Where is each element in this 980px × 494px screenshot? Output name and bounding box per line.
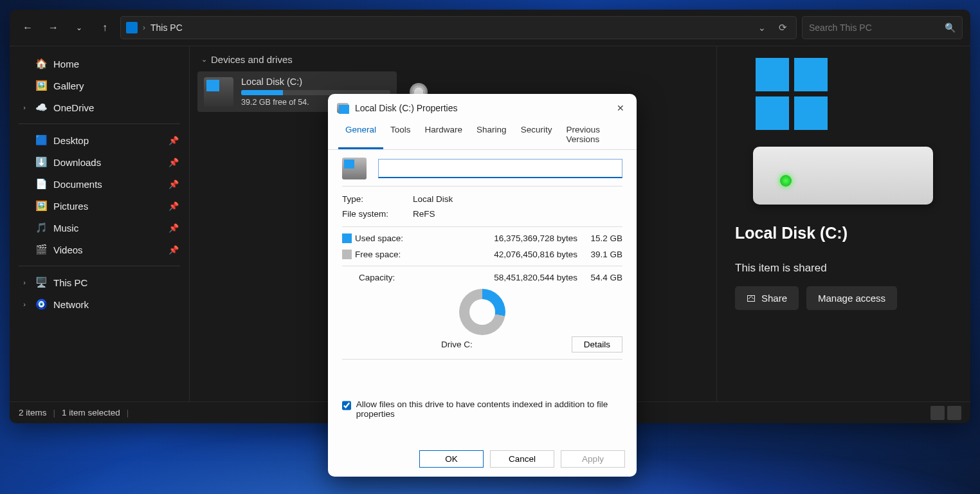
indexing-checkbox-label[interactable]: Allow files on this drive to have conten… <box>356 399 622 419</box>
videos-icon: 🎬 <box>35 244 47 255</box>
address-dropdown[interactable]: ⌄ <box>754 23 770 33</box>
group-header-label: Devices and drives <box>211 54 293 65</box>
back-button[interactable]: ← <box>17 17 38 38</box>
network-icon: 🧿 <box>35 298 47 310</box>
dialog-buttons: OK Cancel Apply <box>328 444 637 477</box>
details-title: Local Disk (C:) <box>735 224 848 242</box>
pin-icon: 📌 <box>168 201 179 211</box>
music-icon: 🎵 <box>35 222 47 233</box>
dialog-titlebar: Local Disk (C:) Properties ✕ <box>328 94 637 121</box>
manage-access-label: Manage access <box>818 293 885 304</box>
sidebar-item-pictures[interactable]: 🖼️ Pictures 📌 <box>10 195 189 217</box>
this-pc-icon <box>126 22 138 33</box>
group-header-devices[interactable]: ⌄ Devices and drives <box>190 46 716 69</box>
sidebar-item-label: Music <box>53 223 78 233</box>
pin-icon: 📌 <box>168 136 179 145</box>
view-tiles-button[interactable] <box>947 406 961 420</box>
chevron-right-icon[interactable]: › <box>20 279 29 286</box>
address-bar[interactable]: › This PC ⌄ ⟳ <box>120 16 797 39</box>
search-box[interactable]: 🔍 <box>802 16 963 39</box>
details-pane: Local Disk (C:) This item is shared ⮹ Sh… <box>716 46 970 401</box>
view-details-button[interactable] <box>930 406 945 420</box>
type-label: Type: <box>342 194 400 204</box>
ok-button[interactable]: OK <box>419 450 484 468</box>
gallery-icon: 🖼️ <box>35 80 47 91</box>
sidebar-item-label: Home <box>53 59 79 69</box>
sidebar-item-label: Network <box>53 299 89 310</box>
sidebar-item-gallery[interactable]: 🖼️ Gallery <box>10 75 189 96</box>
pin-icon: 📌 <box>168 223 179 233</box>
share-button[interactable]: ⮹ Share <box>735 286 799 310</box>
drive-large-icon <box>753 58 933 205</box>
tab-hardware[interactable]: Hardware <box>418 121 470 149</box>
capacity-label: Capacity: <box>355 273 475 282</box>
sidebar-item-videos[interactable]: 🎬 Videos 📌 <box>10 239 189 261</box>
search-input[interactable] <box>809 23 945 33</box>
dialog-body: Type: Local Disk File system: ReFS Used … <box>328 150 637 444</box>
sidebar-item-documents[interactable]: 📄 Documents 📌 <box>10 173 189 195</box>
sidebar-item-label: Gallery <box>53 80 84 91</box>
capacity-bytes: 58,451,820,544 bytes <box>475 273 577 282</box>
sidebar-item-downloads[interactable]: ⬇️ Downloads 📌 <box>10 151 189 173</box>
pin-icon: 📌 <box>168 179 179 189</box>
manage-access-button[interactable]: Manage access <box>806 286 897 310</box>
home-icon: 🏠 <box>35 58 47 69</box>
indexing-checkbox[interactable] <box>342 401 351 410</box>
tab-previous-versions[interactable]: Previous Versions <box>559 121 626 149</box>
sidebar-item-label: Desktop <box>53 135 89 146</box>
desktop-icon: 🟦 <box>35 134 47 146</box>
capacity-gb: 54.4 GB <box>577 273 622 282</box>
sidebar-item-desktop[interactable]: 🟦 Desktop 📌 <box>10 129 189 151</box>
drive-name-input[interactable] <box>378 159 622 178</box>
details-shared-text: This item is shared <box>735 262 827 275</box>
drive-icon <box>204 77 233 107</box>
filesystem-label: File system: <box>342 209 400 219</box>
free-space-gb: 39.1 GB <box>577 250 622 259</box>
chevron-right-icon[interactable]: › <box>20 104 29 111</box>
tab-security[interactable]: Security <box>514 121 559 149</box>
sidebar-item-label: Documents <box>53 179 102 190</box>
chevron-down-icon: ⌄ <box>201 55 207 64</box>
sidebar-item-this-pc[interactable]: › 🖥️ This PC <box>10 271 189 293</box>
status-selected-count: 1 item selected <box>62 408 120 417</box>
sidebar-item-label: OneDrive <box>53 102 94 113</box>
close-button[interactable]: ✕ <box>611 99 630 117</box>
onedrive-icon: ☁️ <box>35 102 47 113</box>
drive-icon <box>337 103 349 113</box>
status-item-count: 2 items <box>19 408 47 417</box>
navbar: ← → ⌄ ↑ › This PC ⌄ ⟳ 🔍 <box>10 10 970 46</box>
forward-button[interactable]: → <box>43 17 64 38</box>
tab-tools[interactable]: Tools <box>383 121 418 149</box>
dialog-tabs: General Tools Hardware Sharing Security … <box>328 121 637 150</box>
chevron-right-icon[interactable]: › <box>20 300 29 308</box>
pin-icon: 📌 <box>168 245 179 255</box>
search-icon: 🔍 <box>945 23 956 33</box>
sidebar-item-network[interactable]: › 🧿 Network <box>10 293 189 315</box>
sidebar-item-home[interactable]: 🏠 Home <box>10 53 189 75</box>
documents-icon: 📄 <box>35 178 47 190</box>
breadcrumb-item[interactable]: This PC <box>150 23 183 33</box>
drive-name: Local Disk (C:) <box>241 77 390 87</box>
up-button[interactable]: ↑ <box>95 17 115 38</box>
sidebar-item-onedrive[interactable]: › ☁️ OneDrive <box>10 96 189 118</box>
tab-general[interactable]: General <box>338 121 383 149</box>
sidebar-item-music[interactable]: 🎵 Music 📌 <box>10 217 189 239</box>
refresh-button[interactable]: ⟳ <box>775 22 791 33</box>
used-space-label: Used space: <box>355 233 475 243</box>
separator <box>19 266 180 266</box>
details-button[interactable]: Details <box>572 336 622 352</box>
this-pc-icon: 🖥️ <box>35 277 47 288</box>
chevron-right-icon: › <box>143 23 145 32</box>
share-button-label: Share <box>761 293 787 304</box>
sidebar-item-label: Pictures <box>53 201 88 212</box>
separator <box>19 124 180 124</box>
share-icon: ⮹ <box>747 293 756 304</box>
cancel-button[interactable]: Cancel <box>490 450 554 468</box>
used-space-bytes: 16,375,369,728 bytes <box>475 233 577 243</box>
apply-button[interactable]: Apply <box>561 450 625 468</box>
used-space-gb: 15.2 GB <box>577 233 622 243</box>
tab-sharing[interactable]: Sharing <box>469 121 514 149</box>
downloads-icon: ⬇️ <box>35 156 47 168</box>
recent-dropdown[interactable]: ⌄ <box>69 17 89 38</box>
free-space-label: Free space: <box>355 250 475 259</box>
